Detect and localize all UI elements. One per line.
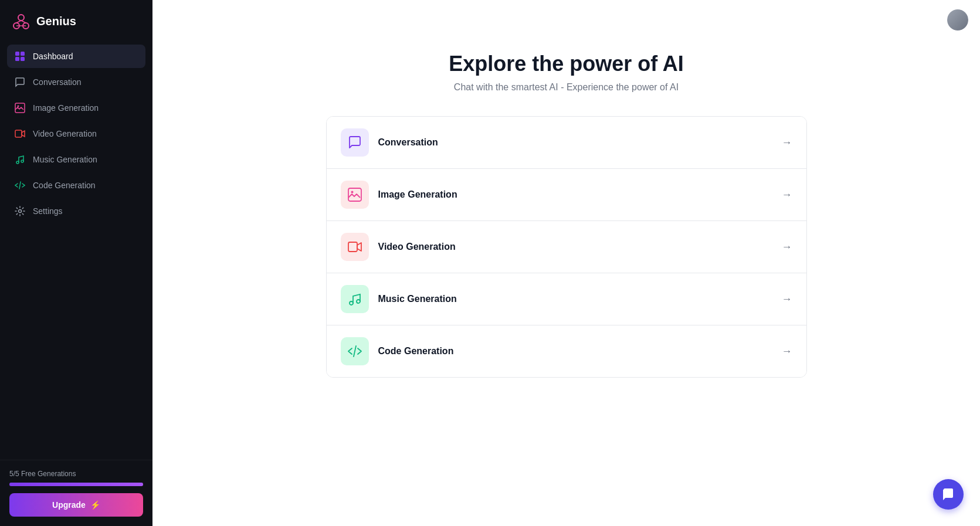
- dashboard-icon: [14, 50, 26, 62]
- feature-item-video-generation[interactable]: Video Generation →: [327, 221, 806, 273]
- feature-item-conversation[interactable]: Conversation →: [327, 117, 806, 169]
- music-icon: [14, 154, 26, 165]
- feature-left: Conversation: [341, 128, 438, 157]
- svg-point-13: [16, 161, 19, 164]
- feature-left: Image Generation: [341, 181, 457, 209]
- arrow-right-icon: →: [782, 241, 792, 253]
- avatar-image: [947, 9, 968, 30]
- sidebar-item-label: Code Generation: [33, 181, 96, 190]
- page-title: Explore the power of AI: [326, 52, 807, 76]
- code-feature-icon: [341, 337, 369, 365]
- feature-label-music-generation: Music Generation: [378, 294, 457, 304]
- arrow-right-icon: →: [782, 293, 792, 306]
- feature-label-code-generation: Code Generation: [378, 346, 454, 357]
- svg-point-17: [351, 191, 353, 194]
- svg-rect-8: [15, 57, 19, 61]
- feature-left: Code Generation: [341, 337, 454, 365]
- video-icon: [14, 128, 26, 140]
- svg-rect-16: [348, 188, 361, 201]
- progress-bar-fill: [9, 483, 143, 486]
- progress-bar-background: [9, 483, 143, 486]
- feature-item-image-generation[interactable]: Image Generation →: [327, 169, 806, 221]
- sidebar-bottom: 5/5 Free Generations Upgrade ⚡: [0, 460, 152, 526]
- chat-bubble-button[interactable]: [933, 479, 964, 510]
- svg-rect-6: [15, 52, 19, 56]
- sidebar-item-label: Image Generation: [33, 103, 99, 113]
- chat-bubble-icon: [941, 487, 955, 501]
- header-area: [152, 0, 980, 40]
- content-area: Explore the power of AI Chat with the sm…: [303, 40, 830, 413]
- svg-line-3: [16, 21, 21, 23]
- sidebar: Genius Dashboard Conversation: [0, 0, 152, 526]
- main-content: Explore the power of AI Chat with the sm…: [152, 0, 980, 526]
- music-feature-icon: [341, 285, 369, 313]
- conversation-icon: [14, 76, 26, 88]
- sidebar-item-dashboard[interactable]: Dashboard: [7, 45, 145, 68]
- sidebar-item-label: Dashboard: [33, 52, 73, 61]
- logo-area: Genius: [0, 0, 152, 45]
- lightning-icon: ⚡: [90, 500, 100, 510]
- sidebar-item-conversation[interactable]: Conversation: [7, 70, 145, 94]
- sidebar-item-code-generation[interactable]: Code Generation: [7, 174, 145, 197]
- arrow-right-icon: →: [782, 189, 792, 201]
- feature-item-music-generation[interactable]: Music Generation →: [327, 273, 806, 325]
- feature-label-conversation: Conversation: [378, 137, 438, 148]
- sidebar-item-label: Settings: [33, 206, 63, 216]
- svg-point-19: [350, 301, 353, 305]
- svg-rect-9: [21, 57, 25, 61]
- svg-point-15: [19, 210, 22, 213]
- arrow-right-icon: →: [782, 345, 792, 358]
- feature-label-image-generation: Image Generation: [378, 189, 457, 200]
- logo-text: Genius: [36, 15, 76, 28]
- sidebar-item-label: Music Generation: [33, 155, 97, 164]
- svg-rect-12: [15, 130, 22, 137]
- svg-rect-18: [348, 242, 357, 252]
- image-feature-icon: [341, 181, 369, 209]
- svg-point-14: [21, 160, 23, 162]
- feature-left: Video Generation: [341, 233, 456, 261]
- settings-icon: [14, 205, 26, 217]
- svg-line-4: [21, 21, 26, 23]
- avatar[interactable]: [947, 9, 968, 30]
- free-generations-label: 5/5 Free Generations: [9, 470, 143, 478]
- sidebar-item-settings[interactable]: Settings: [7, 199, 145, 223]
- sidebar-item-image-generation[interactable]: Image Generation: [7, 96, 145, 120]
- conversation-feature-icon: [341, 128, 369, 157]
- page-subtitle: Chat with the smartest AI - Experience t…: [326, 82, 807, 93]
- feature-left: Music Generation: [341, 285, 457, 313]
- sidebar-item-video-generation[interactable]: Video Generation: [7, 122, 145, 145]
- video-feature-icon: [341, 233, 369, 261]
- upgrade-button[interactable]: Upgrade ⚡: [9, 493, 143, 517]
- sidebar-item-label: Video Generation: [33, 129, 97, 138]
- arrow-right-icon: →: [782, 137, 792, 149]
- svg-rect-7: [21, 52, 25, 56]
- svg-point-0: [18, 15, 24, 21]
- logo-icon: [12, 12, 30, 30]
- sidebar-item-music-generation[interactable]: Music Generation: [7, 148, 145, 171]
- sidebar-nav: Dashboard Conversation Image Generation: [0, 45, 152, 460]
- feature-item-code-generation[interactable]: Code Generation →: [327, 325, 806, 377]
- sidebar-item-label: Conversation: [33, 77, 82, 87]
- code-icon: [14, 179, 26, 191]
- upgrade-label: Upgrade: [52, 500, 86, 510]
- feature-label-video-generation: Video Generation: [378, 242, 456, 252]
- feature-list: Conversation → Image Generation: [326, 116, 807, 378]
- image-icon: [14, 102, 26, 114]
